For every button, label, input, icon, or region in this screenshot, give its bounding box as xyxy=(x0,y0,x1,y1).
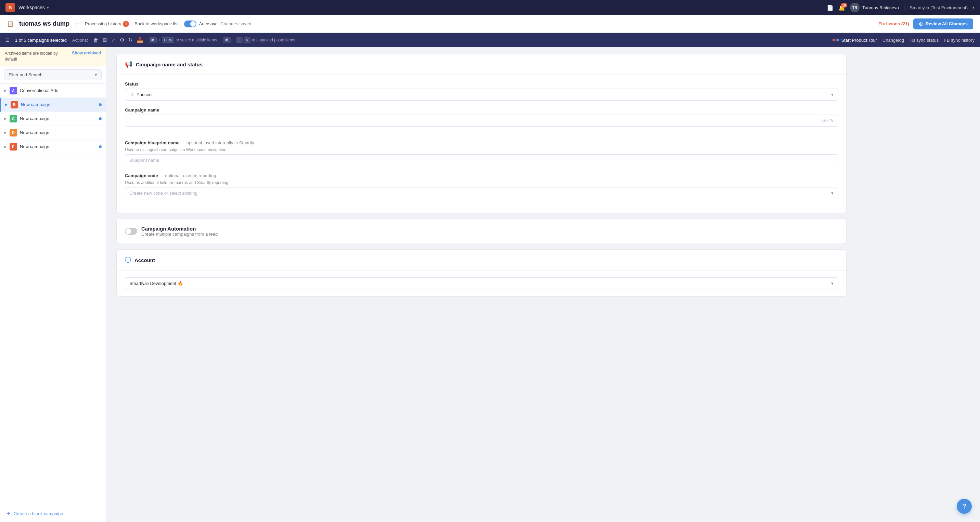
plus-icon: ＋ xyxy=(5,510,11,517)
autosave-label: Autosave xyxy=(199,21,218,26)
create-campaign-button[interactable]: ＋ Create a blank campaign xyxy=(0,505,106,522)
edit-icon: ✎ xyxy=(830,118,834,123)
archive-icon[interactable]: 📥 xyxy=(137,37,143,43)
refresh-icon[interactable]: ↻ xyxy=(128,37,133,43)
processing-history-link[interactable]: Processing history 1 xyxy=(85,21,129,27)
tour-dots-icon xyxy=(832,39,839,41)
account-title: Account xyxy=(134,257,155,263)
user-area[interactable]: TR Tuomas Rinkineva xyxy=(850,3,899,12)
filter-search-button[interactable]: Filter and Search ▾ xyxy=(4,70,102,80)
settings-icon[interactable]: ⚙ xyxy=(120,37,124,43)
automation-subtitle: Create multiple campaigns from a feed xyxy=(141,232,218,237)
favorite-icon[interactable]: ☆ xyxy=(75,21,80,27)
expand-arrow-icon[interactable]: ▶ xyxy=(4,145,7,148)
autosave-toggle[interactable] xyxy=(184,21,196,27)
notification-badge: 18 xyxy=(841,3,847,8)
code-chevron-icon: ▾ xyxy=(831,190,834,196)
processing-history-label: Processing history xyxy=(85,21,121,26)
user-name: Tuomas Rinkineva xyxy=(862,5,899,10)
second-bar-left: 📋 tuomas ws dump ☆ Processing history 1 … xyxy=(7,20,251,27)
campaign-item[interactable]: ▶ A Conversational Ads xyxy=(0,84,106,98)
blueprint-optional: — optional, used internally in Smartly xyxy=(181,140,254,145)
changelog-link[interactable]: Changelog xyxy=(883,38,904,43)
campaign-item[interactable]: ▶ B New campaign xyxy=(0,98,106,112)
campaign-badge-e: E xyxy=(10,143,17,151)
sidebar-toggle-icon[interactable]: ☰ xyxy=(5,38,10,43)
keyboard-hint-select: ⌘ + Click to select multiple items xyxy=(149,37,217,43)
review-all-changes-button[interactable]: ⊕ Review All Changes xyxy=(913,19,973,29)
cmd-key-2: ⌘ xyxy=(223,37,231,43)
campaign-label: Conversational Ads xyxy=(20,88,102,93)
filter-bar: Filter and Search ▾ xyxy=(0,66,106,84)
keyboard-hint-copy: ⌘ + C V to copy and paste items xyxy=(223,37,295,43)
blueprint-section: Campaign blueprint name — optional, used… xyxy=(117,140,846,213)
docs-icon-button[interactable]: 📄 xyxy=(827,5,834,11)
campaign-name-form-group: Campaign name New campaign </> ✎ xyxy=(125,108,838,127)
help-icon: ? xyxy=(962,503,966,510)
fb-sync-status-link[interactable]: FB sync status xyxy=(910,38,939,43)
campaign-name-status-card: 📢 Campaign name and status Status ⏸ Paus… xyxy=(116,54,846,213)
campaign-item[interactable]: ▶ D New campaign xyxy=(0,126,106,140)
expand-arrow-icon[interactable]: ▶ xyxy=(5,103,8,106)
action-icons: 🗑 ⊞ ⤢ ⚙ ↻ 📥 xyxy=(94,37,143,43)
tour-dot-blue xyxy=(836,39,839,41)
product-tour-label: Start Product Tour xyxy=(841,38,877,43)
notifications-button[interactable]: 🔔 18 xyxy=(838,5,845,11)
account-card: ⓕ Account Smartly.io Development 🔥 ▾ xyxy=(116,249,846,297)
megaphone-icon: 📢 xyxy=(125,60,132,68)
campaign-badge-d: D xyxy=(10,129,17,136)
campaign-automation-card: Campaign Automation Create multiple camp… xyxy=(116,219,846,244)
workspace-label: Workspaces xyxy=(19,5,45,10)
expand-arrow-icon[interactable]: ▶ xyxy=(4,131,7,135)
autosave-area: Autosave Changes saved xyxy=(184,21,251,27)
expand-arrow-icon[interactable]: ▶ xyxy=(4,117,7,121)
toggle-knob xyxy=(126,228,131,234)
shrink-icon[interactable]: ⊞ xyxy=(103,37,107,43)
blueprint-name-input[interactable] xyxy=(125,154,838,166)
status-select[interactable]: ⏸ Paused ▾ xyxy=(125,89,838,101)
status-form-group: Status ⏸ Paused ▾ xyxy=(125,81,838,101)
environment-label: Smartly.io (Test Environment) xyxy=(910,5,968,10)
changes-saved-label: Changes saved xyxy=(220,21,251,26)
filter-label: Filter and Search xyxy=(8,72,43,77)
help-button[interactable]: ? xyxy=(957,499,972,514)
status-select-left: ⏸ Paused xyxy=(129,92,151,97)
code-label: Campaign code — optional, used in report… xyxy=(125,173,838,178)
campaign-item[interactable]: ▶ C New campaign xyxy=(0,112,106,126)
campaign-name-input[interactable]: New campaign xyxy=(129,118,821,123)
second-bar-right: Fix Issues (21) ⊕ Review All Changes xyxy=(878,19,973,29)
card-body: Status ⏸ Paused ▾ Campaign name New camp… xyxy=(117,75,846,140)
top-nav-right: 📄 🔔 18 TR Tuomas Rinkineva | Smartly.io … xyxy=(827,3,975,12)
delete-icon[interactable]: 🗑 xyxy=(94,37,99,43)
c-key: C xyxy=(236,37,243,43)
change-dot xyxy=(99,117,102,120)
click-key: Click xyxy=(162,37,174,43)
account-select[interactable]: Smartly.io Development 🔥 ▾ xyxy=(125,278,838,289)
workspace-page-icon: 📋 xyxy=(7,21,14,27)
change-dot xyxy=(99,103,102,106)
account-value: Smartly.io Development 🔥 xyxy=(129,281,183,286)
back-to-workspace-link[interactable]: Back to workspace list xyxy=(134,21,179,26)
expand-arrow-icon[interactable]: ▶ xyxy=(4,89,7,92)
product-tour-button[interactable]: Start Product Tour xyxy=(832,38,877,43)
expand-icon[interactable]: ⤢ xyxy=(111,37,116,43)
create-campaign-label: Create a blank campaign xyxy=(14,511,63,516)
campaign-name-input-wrapper: New campaign </> ✎ xyxy=(125,114,838,127)
pause-icon: ⏸ xyxy=(129,92,134,97)
campaign-label: New campaign xyxy=(20,144,96,149)
automation-toggle[interactable] xyxy=(125,228,137,235)
fix-issues-button[interactable]: Fix Issues (21) xyxy=(878,21,909,26)
workspace-chevron-icon: ▾ xyxy=(47,5,49,10)
workspace-menu[interactable]: Workspaces ▾ xyxy=(19,5,49,10)
code-select[interactable]: Create new code or select existing ▾ xyxy=(125,187,838,199)
code-form-group: Campaign code — optional, used in report… xyxy=(125,173,838,199)
campaign-item[interactable]: ▶ E New campaign xyxy=(0,140,106,154)
action-bar-right: Start Product Tour Changelog FB sync sta… xyxy=(832,38,975,43)
second-bar-links: Processing history 1 Back to workspace l… xyxy=(85,21,179,27)
selected-count-label: 1 of 5 campaigns selected xyxy=(15,38,67,43)
campaign-badge-c: C xyxy=(10,115,17,122)
fb-sync-history-link[interactable]: FB sync history xyxy=(944,38,975,43)
show-archived-button[interactable]: Show archived xyxy=(72,51,101,56)
v-key: V xyxy=(244,37,250,43)
environment-chevron-icon: ▾ xyxy=(972,5,975,10)
